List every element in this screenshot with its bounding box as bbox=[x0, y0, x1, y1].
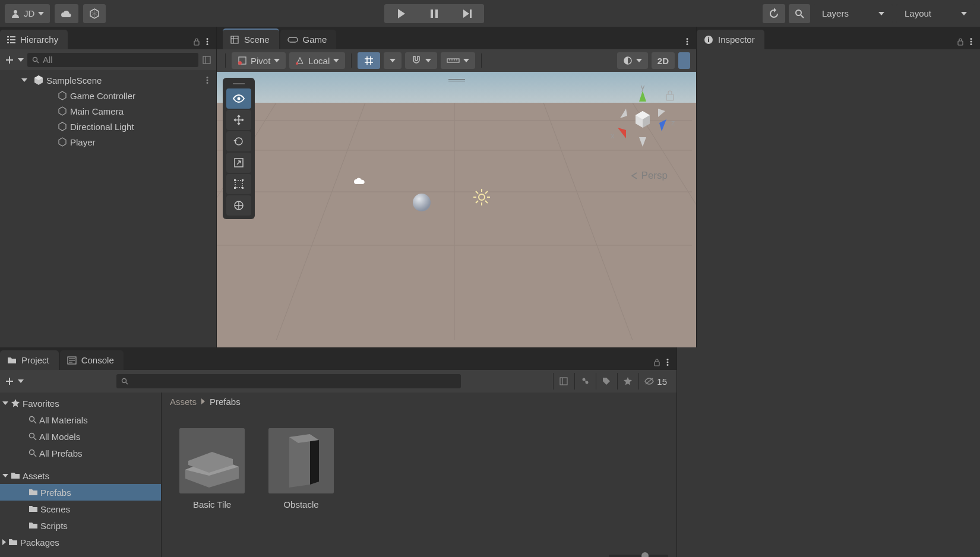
project-search[interactable] bbox=[116, 374, 461, 388]
svg-rect-11 bbox=[194, 41, 199, 45]
scale-tool[interactable] bbox=[226, 153, 251, 173]
undo-history-button[interactable] bbox=[763, 4, 785, 23]
kebab-icon[interactable] bbox=[663, 358, 672, 366]
chevron-down-icon[interactable] bbox=[18, 379, 24, 383]
kebab-icon[interactable] bbox=[203, 76, 211, 84]
folder-item[interactable]: Scripts bbox=[0, 517, 161, 534]
hidden-toggle[interactable]: 15 bbox=[638, 373, 672, 390]
chevron-down-icon bbox=[38, 12, 44, 15]
lock-icon[interactable] bbox=[653, 358, 661, 366]
fav-item[interactable]: All Models bbox=[0, 428, 161, 445]
step-button[interactable] bbox=[451, 4, 484, 23]
layout-dropdown[interactable]: Layout bbox=[896, 4, 975, 23]
tab-label: Console bbox=[81, 355, 114, 365]
play-button[interactable] bbox=[384, 4, 418, 23]
snap-settings-button[interactable] bbox=[405, 52, 437, 69]
add-icon[interactable] bbox=[5, 376, 14, 386]
history-icon bbox=[769, 8, 779, 19]
add-icon[interactable] bbox=[5, 55, 14, 65]
assets-header[interactable]: Assets bbox=[0, 467, 161, 484]
project-panel: Project Console bbox=[0, 347, 677, 557]
scene-viewport[interactable]: y z x Persp bbox=[217, 72, 696, 347]
project-tab[interactable]: Project bbox=[0, 350, 59, 370]
expand-icon[interactable] bbox=[2, 401, 8, 405]
hierarchy-search[interactable]: All bbox=[27, 53, 198, 67]
breadcrumb-segment[interactable]: Assets bbox=[170, 397, 197, 407]
thumbnail-size-slider[interactable] bbox=[609, 555, 668, 558]
favorite-button[interactable] bbox=[617, 373, 637, 390]
search-icon bbox=[32, 56, 39, 64]
scene-tab[interactable]: Scene bbox=[223, 29, 279, 49]
local-dropdown[interactable]: Local bbox=[289, 52, 345, 69]
filter-label-button[interactable] bbox=[596, 373, 616, 390]
breadcrumb-segment[interactable]: Prefabs bbox=[210, 397, 241, 407]
game-tab[interactable]: Game bbox=[280, 30, 337, 49]
folder-item[interactable]: Prefabs bbox=[0, 484, 161, 501]
camera-gizmo[interactable] bbox=[353, 177, 365, 185]
layers-dropdown[interactable]: Layers bbox=[814, 4, 893, 23]
scene-row[interactable]: SampleScene bbox=[0, 72, 216, 88]
move-tool[interactable] bbox=[226, 110, 251, 130]
asset-item[interactable]: Basic Tile bbox=[179, 428, 245, 509]
packages-header[interactable]: Packages bbox=[0, 534, 161, 550]
svg-point-12 bbox=[207, 38, 208, 40]
slider-thumb[interactable] bbox=[641, 552, 649, 558]
overlay-handle[interactable] bbox=[226, 81, 251, 86]
search-button[interactable] bbox=[789, 4, 810, 23]
hierarchy-tab[interactable]: Hierarchy bbox=[0, 30, 68, 49]
fav-item[interactable]: All Materials bbox=[0, 412, 161, 428]
expand-icon[interactable] bbox=[202, 55, 211, 65]
rect-tool[interactable] bbox=[226, 174, 251, 194]
filter-type-button[interactable] bbox=[574, 373, 595, 390]
perspective-label[interactable]: Persp bbox=[631, 170, 668, 182]
chevron-down-icon bbox=[463, 59, 469, 62]
hierarchy-item[interactable]: Player bbox=[0, 134, 216, 150]
pivot-dropdown[interactable]: Pivot bbox=[232, 52, 286, 69]
player-sphere[interactable] bbox=[413, 194, 431, 211]
grid-icon bbox=[363, 55, 374, 66]
expand-search-button[interactable] bbox=[553, 373, 573, 390]
console-tab[interactable]: Console bbox=[60, 350, 124, 370]
orientation-gizmo[interactable]: y z x bbox=[607, 84, 678, 155]
expand-icon[interactable] bbox=[21, 78, 27, 82]
transform-tool[interactable] bbox=[226, 195, 251, 216]
kebab-icon[interactable] bbox=[203, 37, 211, 46]
expand-icon[interactable] bbox=[2, 539, 6, 545]
svg-rect-20 bbox=[288, 37, 298, 42]
overlay-drag-handle[interactable] bbox=[448, 79, 465, 82]
grid-snap-chev[interactable] bbox=[384, 52, 402, 69]
increment-snap-button[interactable] bbox=[441, 52, 475, 69]
asset-store-button[interactable] bbox=[83, 4, 106, 23]
lock-icon[interactable] bbox=[192, 37, 201, 46]
folder-item[interactable]: Scenes bbox=[0, 501, 161, 517]
fav-item[interactable]: All Prefabs bbox=[0, 445, 161, 461]
folder-icon bbox=[7, 356, 17, 365]
chevron-down-icon bbox=[425, 59, 431, 62]
folder-tree: Favorites All Materials All Models All P… bbox=[0, 393, 162, 557]
eye-off-icon bbox=[644, 377, 655, 385]
kebab-icon[interactable] bbox=[967, 37, 975, 46]
asset-item[interactable]: Obstacle bbox=[268, 428, 334, 509]
cloud-button[interactable] bbox=[55, 4, 78, 23]
pause-button[interactable] bbox=[418, 4, 451, 23]
view-tool[interactable] bbox=[226, 88, 251, 109]
expand-icon[interactable] bbox=[2, 474, 8, 477]
scene-panel: Scene Game Pivot Local bbox=[217, 27, 696, 347]
account-button[interactable]: JD bbox=[5, 4, 50, 23]
2d-toggle[interactable]: 2D bbox=[652, 52, 675, 69]
search-placeholder: All bbox=[43, 55, 53, 65]
hierarchy-item[interactable]: Directional Light bbox=[0, 119, 216, 134]
kebab-icon[interactable] bbox=[683, 37, 691, 46]
rotate-tool[interactable] bbox=[226, 131, 251, 151]
chevron-down-icon[interactable] bbox=[18, 58, 24, 62]
svg-line-45 bbox=[476, 201, 478, 203]
favorites-header[interactable]: Favorites bbox=[0, 395, 161, 412]
inspector-tab[interactable]: Inspector bbox=[697, 30, 764, 49]
grid-snap-button[interactable] bbox=[358, 52, 380, 69]
hierarchy-item[interactable]: Main Camera bbox=[0, 103, 216, 119]
hierarchy-item[interactable]: Game Controller bbox=[0, 88, 216, 103]
lock-icon[interactable] bbox=[956, 37, 965, 46]
lighting-toggle[interactable] bbox=[678, 52, 690, 69]
light-gizmo[interactable] bbox=[472, 188, 491, 207]
shading-dropdown[interactable] bbox=[617, 52, 648, 69]
